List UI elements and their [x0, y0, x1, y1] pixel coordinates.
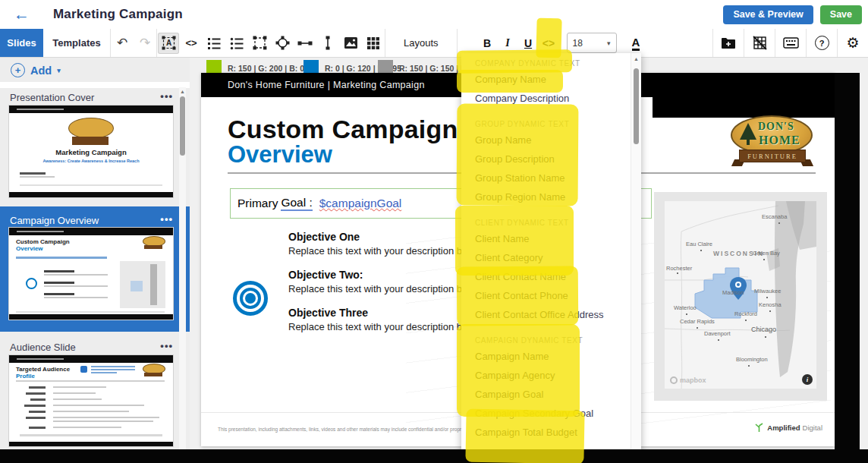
page-title: Marketing Campaign [53, 7, 183, 22]
sidebar-scrollbar-thumb[interactable] [180, 96, 185, 156]
thumb-subheading: Awareness: Create Awareness & Increase R… [9, 159, 173, 163]
dropdown-scrollbar-thumb[interactable] [634, 68, 639, 144]
map-city-label: Eau Claire [686, 241, 712, 247]
bullseye-thumbnail [26, 278, 37, 289]
slide-thumbnail-cover[interactable]: Marketing Campaign Awareness: Create Awa… [9, 106, 173, 197]
underline-button[interactable]: U [518, 37, 539, 49]
divider [806, 29, 807, 57]
thumbnail-topbar [9, 106, 173, 113]
dropdown-scrollbar[interactable]: ▲ [631, 53, 641, 463]
presentation-editor: ← Marketing Campaign Save & Preview Save… [0, 0, 868, 463]
map-city-label: Rockford [734, 310, 757, 317]
dropdown-item[interactable]: Group Region Name [461, 187, 641, 206]
thumb-heading: Marketing Campaign [9, 148, 173, 156]
dropdown-item[interactable]: Campaign Goal [461, 385, 641, 404]
map-city-label: Escanaba [762, 213, 787, 220]
help-icon[interactable]: ? [807, 33, 836, 54]
svg-text:A: A [165, 39, 171, 47]
more-options-icon[interactable]: ••• [160, 213, 173, 225]
font-size-select[interactable]: 18 ▾ [567, 33, 617, 53]
save-button[interactable]: Save [820, 5, 862, 24]
divider [837, 29, 838, 57]
text-box-icon[interactable]: A [158, 33, 179, 54]
dropdown-section-header: CAMPAIGN DYNAMIC TEXT [475, 335, 641, 347]
font-color-button[interactable]: A [632, 36, 640, 51]
undo-icon[interactable]: ↶ [111, 35, 134, 51]
grid-icon[interactable] [363, 33, 384, 54]
divider [744, 29, 744, 57]
more-options-icon[interactable]: ••• [160, 90, 173, 102]
slide-card-title[interactable]: Audience Slide [10, 342, 76, 353]
slide-thumbnail-audience[interactable]: Targeted Audience Profile [9, 355, 173, 446]
bold-button[interactable]: B [477, 37, 498, 49]
map-panel[interactable]: Escanaba Eau Claire WISCONSIN Green Bay … [654, 192, 827, 401]
keyboard-icon[interactable] [776, 33, 805, 54]
slide-thumbnail-overview[interactable]: Custom Campaign Overview [9, 228, 173, 320]
shape-icon[interactable] [272, 33, 293, 54]
dropdown-item[interactable]: Campaign Agency [461, 366, 641, 385]
dropdown-item[interactable]: Client Category [461, 248, 641, 267]
slide-title[interactable]: Custom Campaign Overview [228, 115, 458, 168]
app-header: ← Marketing Campaign Save & Preview Save [0, 0, 868, 30]
image-icon[interactable] [340, 33, 361, 54]
dropdown-item[interactable]: Campaign Secondary Goal [461, 404, 641, 423]
font-size-value: 18 [573, 38, 583, 49]
more-options-icon[interactable]: ••• [160, 340, 173, 351]
dropdown-item[interactable]: Company Name [461, 70, 641, 89]
thumbnail-bottombar [9, 192, 173, 197]
ordered-list-icon[interactable] [203, 33, 225, 54]
divider [0, 82, 190, 88]
add-folder-icon[interactable] [714, 33, 743, 54]
line-icon[interactable] [294, 33, 316, 54]
italic-button[interactable]: I [498, 37, 518, 49]
dropdown-item[interactable]: Client Contact Name [461, 267, 641, 286]
map-city-label: Davenport [704, 330, 731, 337]
tree-icon [740, 123, 756, 140]
goal-prefix: Primary [237, 197, 278, 210]
back-arrow-icon[interactable]: ← [14, 5, 39, 24]
amplified-digital-logo: AmplifiedDigital [754, 422, 822, 433]
slide-header-text: Don's Home Furniture | Marketing Campaig… [228, 80, 425, 90]
canvas-dark-margin [835, 73, 860, 449]
vertical-line-icon[interactable] [317, 33, 338, 54]
dropdown-item[interactable]: Group Description [461, 150, 641, 169]
map-info-icon[interactable]: i [802, 374, 813, 385]
slide-card-title[interactable]: Campaign Overview [10, 215, 99, 226]
layouts-button[interactable]: Layouts [385, 37, 457, 49]
scroll-up-icon[interactable]: ▲ [179, 89, 186, 94]
dropdown-item[interactable]: Client Contact Phone [461, 286, 641, 305]
divider [156, 29, 157, 57]
map-city-label: Milwaukee [754, 288, 781, 294]
tab-slides[interactable]: Slides [0, 29, 43, 57]
dynamic-text-button[interactable]: <> [539, 37, 559, 49]
goal-variable: $campaignGoal [319, 197, 402, 210]
dropdown-item[interactable]: Group Station Name [461, 169, 641, 187]
settings-gear-icon[interactable]: ⚙ [838, 33, 867, 54]
palette-label: R: 150 | G: 200 | B: 0 [228, 64, 304, 73]
table-off-icon[interactable] [745, 33, 774, 54]
wisconsin-map[interactable]: Escanaba Eau Claire WISCONSIN Green Bay … [665, 201, 816, 389]
map-city-label: Rochester [666, 265, 692, 272]
chevron-down-icon: ▾ [607, 39, 611, 47]
map-thumbnail [120, 261, 165, 308]
bullet-list-icon[interactable] [226, 33, 247, 54]
save-preview-button[interactable]: Save & Preview [723, 5, 813, 24]
add-slide-button[interactable]: + Add ▾ [11, 63, 61, 77]
icon-thumbnail [80, 366, 87, 373]
dropdown-item[interactable]: Company Description [461, 89, 641, 108]
dropdown-section-header: CLIENT DYNAMIC TEXT [475, 217, 641, 229]
dropdown-item[interactable]: Client Name [461, 229, 641, 248]
dropdown-item[interactable]: Group Name [461, 131, 641, 150]
dropdown-item[interactable]: Campaign Name [461, 347, 641, 366]
dropdown-item[interactable]: Client Contact Office Address [461, 305, 641, 324]
divider [457, 29, 458, 57]
tab-templates[interactable]: Templates [43, 29, 110, 57]
slide-title-line2: Overview [228, 143, 458, 168]
dropdown-item[interactable]: Campaign Total Budget [461, 423, 641, 442]
scroll-up-icon[interactable]: ▲ [633, 56, 640, 61]
insert-code-icon[interactable]: <> [181, 33, 202, 54]
chevron-down-icon: ▾ [57, 67, 61, 74]
slide-title-line1: Custom Campaign [228, 115, 458, 143]
slide-card-title[interactable]: Presentation Cover [10, 92, 94, 103]
selection-frame-icon[interactable] [249, 33, 270, 54]
